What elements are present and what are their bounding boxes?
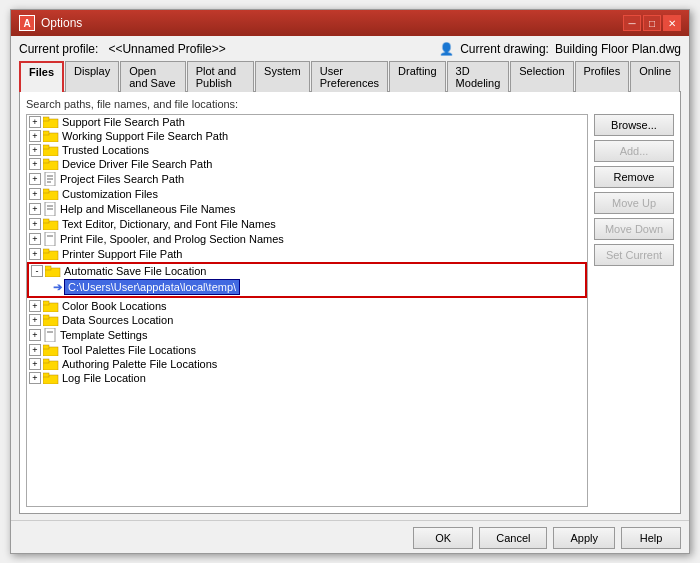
list-item[interactable]: + Project Files Search Path bbox=[27, 171, 587, 187]
tabs-row: Files Display Open and Save Plot and Pub… bbox=[19, 60, 681, 91]
expand-icon[interactable]: + bbox=[29, 218, 41, 230]
item-label: Template Settings bbox=[60, 329, 147, 341]
tab-plot-publish[interactable]: Plot and Publish bbox=[187, 61, 254, 92]
list-item[interactable]: + Tool Palettes File Locations bbox=[27, 343, 587, 357]
cancel-button[interactable]: Cancel bbox=[479, 527, 547, 549]
tab-user-prefs[interactable]: User Preferences bbox=[311, 61, 388, 92]
list-item[interactable]: + Help and Miscellaneous File Names bbox=[27, 201, 587, 217]
profile-bar: Current profile: <<Unnamed Profile>> 👤 C… bbox=[19, 42, 681, 56]
move-up-button[interactable]: Move Up bbox=[594, 192, 674, 214]
item-label: Data Sources Location bbox=[62, 314, 173, 326]
auto-save-section: - Automatic Save File Location bbox=[27, 262, 587, 298]
expand-icon[interactable]: + bbox=[29, 116, 41, 128]
list-item[interactable]: + Support File Search Path bbox=[27, 115, 587, 129]
app-icon: A bbox=[19, 15, 35, 31]
remove-button[interactable]: Remove bbox=[594, 166, 674, 188]
svg-rect-28 bbox=[43, 315, 49, 319]
expand-icon[interactable]: + bbox=[29, 329, 41, 341]
item-label: Support File Search Path bbox=[62, 116, 185, 128]
tab-open-save[interactable]: Open and Save bbox=[120, 61, 186, 92]
apply-button[interactable]: Apply bbox=[553, 527, 615, 549]
item-label: Device Driver File Search Path bbox=[62, 158, 212, 170]
tab-files[interactable]: Files bbox=[19, 61, 64, 92]
svg-rect-13 bbox=[43, 189, 49, 193]
expand-icon[interactable]: - bbox=[31, 265, 43, 277]
list-item[interactable]: + Authoring Palette File Locations bbox=[27, 357, 587, 371]
list-item[interactable]: + Template Settings bbox=[27, 327, 587, 343]
expand-icon[interactable]: + bbox=[29, 314, 41, 326]
item-label: Tool Palettes File Locations bbox=[62, 344, 196, 356]
item-label: Help and Miscellaneous File Names bbox=[60, 203, 235, 215]
maximize-button[interactable]: □ bbox=[643, 15, 661, 31]
svg-rect-24 bbox=[45, 266, 51, 270]
tab-display[interactable]: Display bbox=[65, 61, 119, 92]
expand-icon[interactable]: + bbox=[29, 372, 41, 384]
tab-online[interactable]: Online bbox=[630, 61, 680, 92]
profile-label: Current profile: bbox=[19, 42, 98, 56]
tab-system[interactable]: System bbox=[255, 61, 310, 92]
list-item-auto-save[interactable]: - Automatic Save File Location bbox=[29, 264, 585, 278]
svg-rect-26 bbox=[43, 301, 49, 305]
folder-icon bbox=[43, 344, 59, 356]
tab-selection[interactable]: Selection bbox=[510, 61, 573, 92]
options-window: A Options ─ □ ✕ Current profile: <<Unnam… bbox=[10, 9, 690, 554]
svg-rect-3 bbox=[43, 131, 49, 135]
folder-icon bbox=[43, 218, 59, 230]
close-button[interactable]: ✕ bbox=[663, 15, 681, 31]
svg-rect-18 bbox=[43, 219, 49, 223]
list-item[interactable]: + Log File Location bbox=[27, 371, 587, 385]
expand-icon[interactable]: + bbox=[29, 358, 41, 370]
expand-icon[interactable]: + bbox=[29, 130, 41, 142]
folder-icon bbox=[43, 248, 59, 260]
folder-icon bbox=[43, 144, 59, 156]
item-label: Print File, Spooler, and Prolog Section … bbox=[60, 233, 284, 245]
list-item[interactable]: + Data Sources Location bbox=[27, 313, 587, 327]
expand-icon[interactable]: + bbox=[29, 173, 41, 185]
expand-icon[interactable]: + bbox=[29, 248, 41, 260]
svg-rect-7 bbox=[43, 159, 49, 163]
folder-icon bbox=[43, 358, 59, 370]
minimize-button[interactable]: ─ bbox=[623, 15, 641, 31]
expand-icon[interactable]: + bbox=[29, 188, 41, 200]
drawing-label: Current drawing: bbox=[460, 42, 549, 56]
folder-icon bbox=[43, 188, 59, 200]
expand-icon[interactable]: + bbox=[29, 144, 41, 156]
list-item[interactable]: + Trusted Locations bbox=[27, 143, 587, 157]
tab-3d-modeling[interactable]: 3D Modeling bbox=[447, 61, 510, 92]
list-item[interactable]: + Print File, Spooler, and Prolog Sectio… bbox=[27, 231, 587, 247]
search-label: Search paths, file names, and file locat… bbox=[26, 98, 674, 110]
main-area: + Support File Search Path + bbox=[26, 114, 674, 507]
list-item[interactable]: + Text Editor, Dictionary, and Font File… bbox=[27, 217, 587, 231]
expand-icon[interactable]: + bbox=[29, 203, 41, 215]
folder-icon bbox=[43, 300, 59, 312]
add-button[interactable]: Add... bbox=[594, 140, 674, 162]
path-value: C:\Users\User\appdata\local\temp\ bbox=[64, 279, 240, 295]
path-row[interactable]: ➔ C:\Users\User\appdata\local\temp\ bbox=[29, 278, 585, 296]
tab-profiles[interactable]: Profiles bbox=[575, 61, 630, 92]
tab-drafting[interactable]: Drafting bbox=[389, 61, 446, 92]
profile-icon: 👤 bbox=[439, 42, 454, 56]
expand-icon[interactable]: + bbox=[29, 300, 41, 312]
list-item[interactable]: + Device Driver File Search Path bbox=[27, 157, 587, 171]
expand-icon[interactable]: + bbox=[29, 233, 41, 245]
title-bar: A Options ─ □ ✕ bbox=[11, 10, 689, 36]
tree-container[interactable]: + Support File Search Path + bbox=[26, 114, 588, 507]
list-item[interactable]: + Customization Files bbox=[27, 187, 587, 201]
ok-button[interactable]: OK bbox=[413, 527, 473, 549]
svg-rect-32 bbox=[43, 345, 49, 349]
item-label: Printer Support File Path bbox=[62, 248, 182, 260]
arrow-icon: ➔ bbox=[53, 281, 62, 294]
svg-rect-1 bbox=[43, 117, 49, 121]
item-label: Project Files Search Path bbox=[60, 173, 184, 185]
move-down-button[interactable]: Move Down bbox=[594, 218, 674, 240]
bottom-bar: OK Cancel Apply Help bbox=[11, 520, 689, 553]
folder-icon bbox=[45, 265, 61, 277]
expand-icon[interactable]: + bbox=[29, 344, 41, 356]
list-item[interactable]: + Printer Support File Path bbox=[27, 247, 587, 261]
list-item[interactable]: + Working Support File Search Path bbox=[27, 129, 587, 143]
browse-button[interactable]: Browse... bbox=[594, 114, 674, 136]
expand-icon[interactable]: + bbox=[29, 158, 41, 170]
list-item[interactable]: + Color Book Locations bbox=[27, 299, 587, 313]
help-button[interactable]: Help bbox=[621, 527, 681, 549]
set-current-button[interactable]: Set Current bbox=[594, 244, 674, 266]
